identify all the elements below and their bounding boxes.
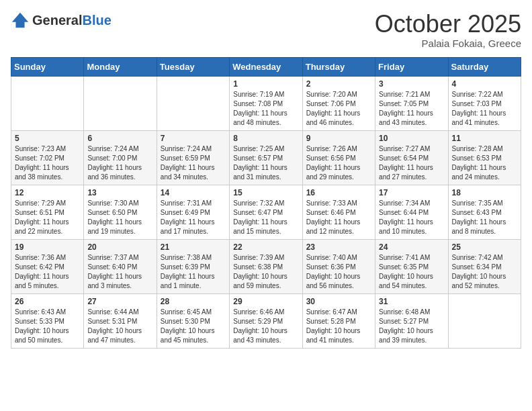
day-number: 13 (87, 188, 152, 197)
day-number: 2 (306, 79, 371, 89)
day-number: 31 (379, 297, 444, 306)
day-number: 5 (15, 134, 80, 143)
title-section: October 2025 Palaia Fokaia, Greece (375, 11, 521, 49)
calendar-cell (157, 76, 229, 130)
header-tuesday: Tuesday (157, 57, 229, 76)
day-number: 20 (87, 242, 152, 252)
calendar-cell: 3Sunrise: 7:21 AM Sunset: 7:05 PM Daylig… (375, 76, 448, 130)
calendar-cell: 31Sunrise: 6:48 AM Sunset: 5:27 PM Dayli… (375, 293, 448, 348)
day-info: Sunrise: 7:31 AM Sunset: 6:49 PM Dayligh… (161, 199, 226, 236)
day-info: Sunrise: 6:44 AM Sunset: 5:31 PM Dayligh… (87, 308, 152, 345)
calendar-cell: 30Sunrise: 6:47 AM Sunset: 5:28 PM Dayli… (302, 293, 375, 348)
calendar-week-row: 12Sunrise: 7:29 AM Sunset: 6:51 PM Dayli… (11, 185, 521, 239)
calendar-cell: 27Sunrise: 6:44 AM Sunset: 5:31 PM Dayli… (84, 293, 157, 348)
day-number: 19 (15, 242, 80, 252)
calendar-cell: 2Sunrise: 7:20 AM Sunset: 7:06 PM Daylig… (302, 76, 375, 130)
day-info: Sunrise: 7:41 AM Sunset: 6:35 PM Dayligh… (379, 253, 444, 291)
day-info: Sunrise: 7:35 AM Sunset: 6:43 PM Dayligh… (452, 199, 517, 236)
day-number: 24 (379, 242, 444, 252)
calendar-cell: 21Sunrise: 7:38 AM Sunset: 6:39 PM Dayli… (157, 239, 229, 293)
header-friday: Friday (375, 57, 448, 76)
day-info: Sunrise: 7:28 AM Sunset: 6:53 PM Dayligh… (452, 144, 517, 182)
calendar-cell: 10Sunrise: 7:27 AM Sunset: 6:54 PM Dayli… (375, 130, 448, 185)
day-info: Sunrise: 7:39 AM Sunset: 6:38 PM Dayligh… (233, 253, 298, 291)
page-header: General Blue October 2025 Palaia Fokaia,… (11, 11, 521, 49)
calendar-week-row: 1Sunrise: 7:19 AM Sunset: 7:08 PM Daylig… (11, 76, 521, 130)
day-number: 25 (452, 242, 517, 252)
calendar-cell: 29Sunrise: 6:46 AM Sunset: 5:29 PM Dayli… (230, 293, 302, 348)
calendar-cell: 17Sunrise: 7:34 AM Sunset: 6:44 PM Dayli… (375, 185, 448, 239)
day-number: 12 (15, 188, 80, 197)
day-number: 16 (306, 188, 371, 197)
day-info: Sunrise: 7:22 AM Sunset: 7:03 PM Dayligh… (452, 90, 517, 128)
day-info: Sunrise: 7:21 AM Sunset: 7:05 PM Dayligh… (379, 90, 444, 128)
calendar-header-row: SundayMondayTuesdayWednesdayThursdayFrid… (11, 57, 521, 76)
calendar-cell: 13Sunrise: 7:30 AM Sunset: 6:50 PM Dayli… (84, 185, 157, 239)
day-number: 21 (161, 242, 226, 252)
day-info: Sunrise: 7:36 AM Sunset: 6:42 PM Dayligh… (15, 253, 80, 291)
day-number: 3 (379, 79, 444, 89)
day-info: Sunrise: 6:48 AM Sunset: 5:27 PM Dayligh… (379, 308, 444, 345)
calendar-cell: 7Sunrise: 7:24 AM Sunset: 6:59 PM Daylig… (157, 130, 229, 185)
calendar-week-row: 26Sunrise: 6:43 AM Sunset: 5:33 PM Dayli… (11, 293, 521, 348)
day-info: Sunrise: 6:43 AM Sunset: 5:33 PM Dayligh… (15, 308, 80, 345)
day-number: 22 (233, 242, 298, 252)
day-number: 15 (233, 188, 298, 197)
calendar-cell: 20Sunrise: 7:37 AM Sunset: 6:40 PM Dayli… (84, 239, 157, 293)
day-info: Sunrise: 7:24 AM Sunset: 7:00 PM Dayligh… (87, 144, 152, 182)
day-info: Sunrise: 7:24 AM Sunset: 6:59 PM Dayligh… (161, 144, 226, 182)
calendar-cell: 12Sunrise: 7:29 AM Sunset: 6:51 PM Dayli… (11, 185, 84, 239)
day-number: 17 (379, 188, 444, 197)
calendar-table: SundayMondayTuesdayWednesdayThursdayFrid… (11, 57, 521, 349)
calendar-cell: 16Sunrise: 7:33 AM Sunset: 6:46 PM Dayli… (302, 185, 375, 239)
calendar-cell (448, 293, 521, 348)
location-subtitle: Palaia Fokaia, Greece (375, 38, 521, 49)
day-info: Sunrise: 7:20 AM Sunset: 7:06 PM Dayligh… (306, 90, 371, 128)
header-monday: Monday (84, 57, 157, 76)
day-info: Sunrise: 7:34 AM Sunset: 6:44 PM Dayligh… (379, 199, 444, 236)
calendar-cell: 14Sunrise: 7:31 AM Sunset: 6:49 PM Dayli… (157, 185, 229, 239)
day-info: Sunrise: 7:30 AM Sunset: 6:50 PM Dayligh… (87, 199, 152, 236)
calendar-cell (84, 76, 157, 130)
day-info: Sunrise: 7:25 AM Sunset: 6:57 PM Dayligh… (233, 144, 298, 182)
day-number: 23 (306, 242, 371, 252)
day-number: 26 (15, 297, 80, 306)
calendar-cell: 18Sunrise: 7:35 AM Sunset: 6:43 PM Dayli… (448, 185, 521, 239)
day-info: Sunrise: 7:37 AM Sunset: 6:40 PM Dayligh… (87, 253, 152, 291)
day-info: Sunrise: 7:27 AM Sunset: 6:54 PM Dayligh… (379, 144, 444, 182)
calendar-cell: 23Sunrise: 7:40 AM Sunset: 6:36 PM Dayli… (302, 239, 375, 293)
day-number: 11 (452, 134, 517, 143)
day-number: 8 (233, 134, 298, 143)
calendar-cell: 4Sunrise: 7:22 AM Sunset: 7:03 PM Daylig… (448, 76, 521, 130)
calendar-cell: 28Sunrise: 6:45 AM Sunset: 5:30 PM Dayli… (157, 293, 229, 348)
calendar-cell: 11Sunrise: 7:28 AM Sunset: 6:53 PM Dayli… (448, 130, 521, 185)
calendar-cell: 15Sunrise: 7:32 AM Sunset: 6:47 PM Dayli… (230, 185, 302, 239)
calendar-cell: 9Sunrise: 7:26 AM Sunset: 6:56 PM Daylig… (302, 130, 375, 185)
logo-icon (11, 11, 30, 30)
logo-text: General Blue (32, 13, 112, 28)
calendar-cell: 1Sunrise: 7:19 AM Sunset: 7:08 PM Daylig… (230, 76, 302, 130)
logo: General Blue (11, 11, 112, 30)
calendar-cell: 25Sunrise: 7:42 AM Sunset: 6:34 PM Dayli… (448, 239, 521, 293)
day-number: 1 (233, 79, 298, 89)
calendar-cell: 8Sunrise: 7:25 AM Sunset: 6:57 PM Daylig… (230, 130, 302, 185)
day-number: 9 (306, 134, 371, 143)
header-sunday: Sunday (11, 57, 84, 76)
calendar-cell: 22Sunrise: 7:39 AM Sunset: 6:38 PM Dayli… (230, 239, 302, 293)
day-info: Sunrise: 6:46 AM Sunset: 5:29 PM Dayligh… (233, 308, 298, 345)
header-saturday: Saturday (448, 57, 521, 76)
day-info: Sunrise: 7:32 AM Sunset: 6:47 PM Dayligh… (233, 199, 298, 236)
calendar-cell: 6Sunrise: 7:24 AM Sunset: 7:00 PM Daylig… (84, 130, 157, 185)
day-number: 18 (452, 188, 517, 197)
day-number: 14 (161, 188, 226, 197)
day-info: Sunrise: 7:40 AM Sunset: 6:36 PM Dayligh… (306, 253, 371, 291)
calendar-cell: 19Sunrise: 7:36 AM Sunset: 6:42 PM Dayli… (11, 239, 84, 293)
day-info: Sunrise: 7:26 AM Sunset: 6:56 PM Dayligh… (306, 144, 371, 182)
day-number: 29 (233, 297, 298, 306)
day-info: Sunrise: 7:42 AM Sunset: 6:34 PM Dayligh… (452, 253, 517, 291)
month-year-title: October 2025 (375, 11, 521, 38)
day-number: 6 (87, 134, 152, 143)
day-number: 7 (161, 134, 226, 143)
calendar-cell: 24Sunrise: 7:41 AM Sunset: 6:35 PM Dayli… (375, 239, 448, 293)
calendar-cell: 5Sunrise: 7:23 AM Sunset: 7:02 PM Daylig… (11, 130, 84, 185)
